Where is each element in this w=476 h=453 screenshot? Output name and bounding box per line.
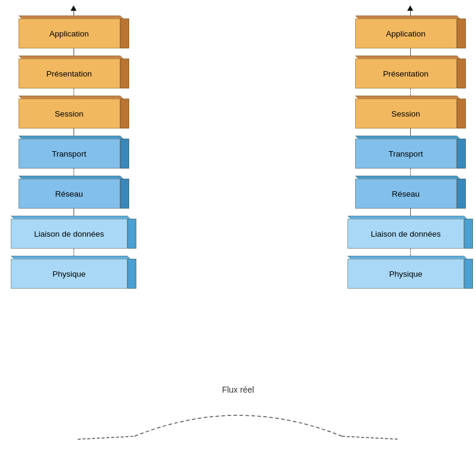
arrow-connector-top-right [407, 5, 413, 16]
layer-session-right: Session [355, 96, 466, 128]
svg-line-0 [78, 436, 135, 439]
flux-label: Flux réel [222, 385, 254, 394]
layer-transport-left: Transport [19, 136, 129, 169]
connector-liaison-physique-left [74, 249, 74, 256]
connector-liaison-physique-right [410, 249, 411, 256]
layer-session-left: Session [19, 96, 129, 128]
layer-liaison-right: Liaison de données [347, 216, 473, 249]
layer-physique-left: Physique [11, 256, 136, 289]
svg-line-1 [342, 436, 399, 439]
layer-application-left: Application [19, 16, 129, 48]
connector-reseau-liaison-left [74, 209, 74, 216]
connector-app-pres-right [410, 48, 411, 56]
layer-application-right: Application [355, 16, 466, 48]
layer-transport-right: Transport [355, 136, 466, 169]
arrow-connector-top-left [71, 5, 77, 16]
connector-session-transport-left [74, 128, 74, 136]
connector-app-pres-left [74, 48, 74, 56]
connector-transport-reseau-left [74, 169, 74, 176]
connector-pres-session-left [74, 88, 74, 96]
connector-pres-session-right [410, 88, 411, 96]
layer-physique-right: Physique [347, 256, 473, 289]
layer-presentation-left: Présentation [19, 56, 129, 88]
connector-reseau-liaison-right [410, 209, 411, 216]
layer-reseau-right: Réseau [355, 176, 466, 209]
layer-presentation-right: Présentation [355, 56, 466, 88]
layer-reseau-left: Réseau [19, 176, 129, 209]
connector-session-transport-right [410, 128, 411, 136]
connector-transport-reseau-right [410, 169, 411, 176]
layer-liaison-left: Liaison de données [11, 216, 136, 249]
